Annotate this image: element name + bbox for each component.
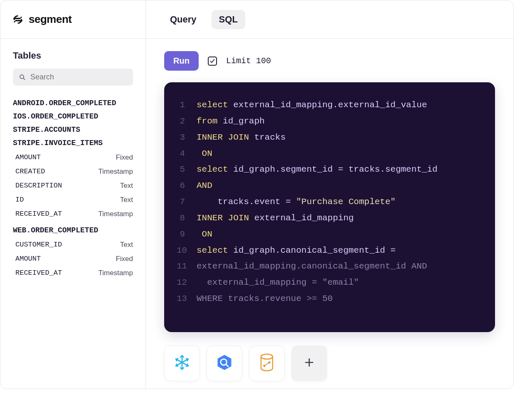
column-name: AMOUNT [15, 255, 41, 263]
segment-logo-icon [12, 14, 24, 25]
table-item[interactable]: WEB.ORDER_COMPLETED [13, 224, 133, 237]
column-type: Fixed [116, 255, 133, 263]
line-content: INNER JOIN external_id_mapping [197, 210, 354, 227]
svg-line-3 [23, 78, 25, 80]
line-number: 5 [177, 162, 197, 178]
code-line: 3INNER JOIN tracks [177, 130, 483, 146]
code-line: 5select id_graph.segment_id = tracks.seg… [177, 162, 483, 178]
add-integration-button[interactable] [291, 345, 327, 381]
column-name: DESCRIPTION [15, 182, 62, 190]
column-type: Timestamp [99, 210, 133, 218]
line-number: 4 [177, 146, 197, 162]
line-number: 1 [177, 97, 197, 113]
line-number: 2 [177, 113, 197, 130]
column-name: CUSTOMER_ID [15, 241, 62, 249]
column-row[interactable]: RECEIVED_ATTimestamp [15, 266, 133, 280]
column-row[interactable]: RECEIVED_ATTimestamp [15, 207, 133, 221]
search-input[interactable] [30, 73, 127, 81]
run-button[interactable]: Run [164, 51, 199, 71]
line-content: select id_graph.canonical_segment_id = [197, 243, 396, 259]
plus-icon [304, 357, 315, 370]
line-number: 10 [177, 243, 197, 259]
code-line: 13WHERE tracks.revenue >= 50 [177, 291, 483, 307]
line-content: ON [197, 227, 212, 243]
main-panel: QuerySQL Run Limit 100 1select external_… [146, 0, 513, 389]
line-content: WHERE tracks.revenue >= 50 [197, 291, 333, 307]
table-item[interactable]: ANDROID.ORDER_COMPLETED [13, 96, 133, 110]
code-line: 4 ON [177, 146, 483, 162]
integration-snowflake[interactable] [164, 345, 200, 381]
column-name: ID [15, 196, 24, 204]
sql-editor[interactable]: 1select external_id_mapping.external_id_… [164, 82, 495, 332]
line-content: AND [197, 178, 212, 194]
tab-sql[interactable]: SQL [212, 10, 245, 29]
column-row[interactable]: DESCRIPTIONText [15, 179, 133, 193]
svg-point-2 [20, 75, 24, 79]
integrations-row [164, 345, 495, 381]
tables-heading: Tables [13, 50, 133, 61]
line-content: select id_graph.segment_id = tracks.segm… [197, 162, 438, 178]
column-list: AMOUNTFixedCREATEDTimestampDESCRIPTIONTe… [13, 150, 133, 224]
line-content: tracks.event = "Purchase Complete" [197, 194, 396, 210]
column-name: AMOUNT [15, 153, 41, 162]
line-content: from id_graph [197, 113, 265, 130]
search-box[interactable] [13, 69, 133, 86]
code-line: 9 ON [177, 227, 483, 243]
code-line: 10select id_graph.canonical_segment_id = [177, 243, 483, 259]
column-row[interactable]: AMOUNTFixed [15, 150, 133, 165]
line-number: 3 [177, 130, 197, 146]
line-number: 8 [177, 210, 197, 227]
sidebar-body: Tables ANDROID.ORDER_COMPLETEDIOS.ORDER_… [0, 39, 145, 283]
code-line: 6AND [177, 178, 483, 194]
column-name: CREATED [15, 168, 45, 176]
code-line: 8INNER JOIN external_id_mapping [177, 210, 483, 227]
line-number: 12 [177, 275, 197, 291]
code-line: 12 external_id_mapping = "email" [177, 275, 483, 291]
column-list: CUSTOMER_IDTextAMOUNTFixedRECEIVED_ATTim… [13, 237, 133, 283]
integration-bigquery[interactable] [207, 345, 242, 381]
column-type: Text [120, 241, 133, 249]
svg-marker-7 [218, 355, 232, 370]
table-item[interactable]: STRIPE.INVOICE_ITEMS [13, 136, 133, 150]
search-icon [19, 74, 26, 81]
line-number: 13 [177, 291, 197, 307]
tab-query[interactable]: Query [163, 10, 204, 29]
table-item[interactable]: IOS.ORDER_COMPLETED [13, 110, 133, 123]
svg-point-0 [20, 17, 22, 18]
column-name: RECEIVED_AT [15, 269, 62, 277]
line-number: 7 [177, 194, 197, 210]
column-type: Text [120, 182, 133, 190]
column-row[interactable]: CREATEDTimestamp [15, 165, 133, 179]
snowflake-icon [173, 353, 191, 373]
column-row[interactable]: AMOUNTFixed [15, 252, 133, 266]
line-content: ON [197, 146, 212, 162]
line-content: external_id_mapping = "email" [197, 275, 359, 291]
column-name: RECEIVED_AT [15, 210, 62, 218]
bigquery-icon [215, 353, 234, 373]
logo-text: segment [29, 13, 71, 26]
table-item[interactable]: STRIPE.ACCOUNTS [13, 123, 133, 136]
integration-database[interactable] [249, 345, 285, 381]
code-line: 11external_id_mapping.canonical_segment_… [177, 259, 483, 275]
column-type: Timestamp [99, 168, 133, 176]
code-line: 2from id_graph [177, 113, 483, 130]
code-line: 7 tracks.event = "Purchase Complete" [177, 194, 483, 210]
column-row[interactable]: CUSTOMER_IDText [15, 238, 133, 252]
limit-checkbox[interactable] [208, 57, 217, 66]
limit-label: Limit 100 [226, 56, 271, 66]
logo-area: segment [0, 0, 145, 39]
line-content: external_id_mapping.canonical_segment_id… [197, 259, 427, 275]
column-type: Text [120, 196, 133, 204]
app-frame: segment Tables ANDROID.ORDER_COMPLETEDIO… [0, 0, 514, 389]
column-row[interactable]: IDText [15, 193, 133, 207]
line-content: select external_id_mapping.external_id_v… [197, 97, 427, 113]
actions-row: Run Limit 100 [164, 51, 495, 71]
line-number: 6 [177, 178, 197, 194]
tables-list: ANDROID.ORDER_COMPLETEDIOS.ORDER_COMPLET… [13, 96, 133, 283]
line-number: 11 [177, 259, 197, 275]
database-icon [259, 353, 275, 373]
line-number: 9 [177, 227, 197, 243]
svg-point-1 [14, 21, 15, 22]
column-type: Fixed [116, 153, 133, 162]
tabs-row: QuerySQL [146, 0, 513, 39]
